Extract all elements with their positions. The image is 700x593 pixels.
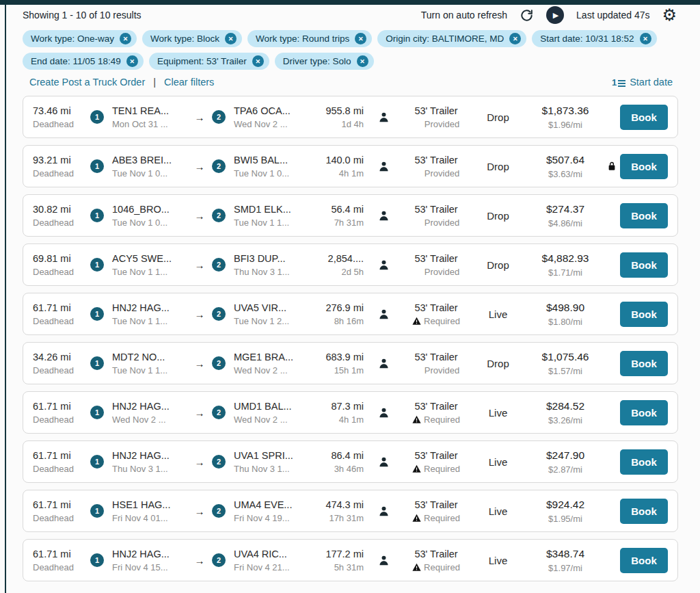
origin-cell: HNJ2 HAG... Tue Nov 1 1...: [112, 302, 187, 326]
create-post-truck-order-link[interactable]: Create Post a Truck Order: [29, 77, 145, 88]
header-controls: Turn on auto refresh ▶ Last updated 47s …: [421, 6, 677, 24]
book-button[interactable]: Book: [620, 351, 668, 376]
warning-icon: [412, 317, 421, 326]
book-button[interactable]: Book: [620, 154, 668, 179]
total-price: $274.37: [527, 203, 604, 215]
deadhead-label: Deadhead: [33, 513, 88, 523]
filter-chip-label: Work type: Block: [150, 34, 219, 44]
origin-datetime: Tue Nov 1 1...: [112, 365, 187, 375]
total-price: $348.74: [527, 548, 604, 560]
destination-code: UVA5 VIR...: [234, 302, 309, 313]
filter-chip: Work type: Round trips ✕: [247, 30, 372, 47]
total-price: $284.52: [527, 400, 604, 412]
load-card[interactable]: 61.71 mi Deadhead 1 HSE1 HAG... Fri Nov …: [23, 490, 678, 532]
book-button[interactable]: Book: [620, 302, 668, 327]
equipment-type: 53' Trailer: [403, 253, 469, 264]
deadhead-miles: 61.71 mi: [33, 450, 88, 461]
equipment-note: Required: [424, 513, 460, 523]
filter-chip-label: Work type: One-way: [31, 34, 114, 44]
play-icon: ▶: [553, 12, 558, 19]
destination-code: TPA6 OCA...: [234, 105, 309, 116]
chip-close-icon[interactable]: ✕: [225, 33, 237, 44]
equipment-type: 53' Trailer: [403, 549, 469, 559]
price-cell: $507.64 $3.63/mi: [527, 154, 604, 179]
book-button[interactable]: Book: [620, 499, 668, 524]
origin-code: HNJ2 HAG...: [112, 401, 187, 412]
driver-icon: [364, 555, 403, 566]
filter-chip-label: End date: 11/05 18:49: [31, 56, 121, 66]
rate-per-mile: $1.97/mi: [527, 563, 604, 573]
settings-gear-icon[interactable]: ⚙: [662, 7, 677, 23]
destination-code: MGE1 BRA...: [234, 352, 309, 363]
destination-datetime: Wed Nov 2 ...: [234, 119, 309, 129]
load-card[interactable]: 61.71 mi Deadhead 1 HNJ2 HAG... Fri Nov …: [23, 539, 678, 581]
warning-icon: [412, 415, 421, 424]
deadhead-label: Deadhead: [33, 267, 88, 277]
origin-cell: HNJ2 HAG... Thu Nov 3 1...: [112, 450, 187, 474]
destination-cell: UMD1 BAL... Wed Nov 2 ...: [234, 401, 309, 425]
chip-close-icon[interactable]: ✕: [357, 55, 368, 67]
deadhead-miles: 61.71 mi: [33, 499, 88, 510]
play-button[interactable]: ▶: [546, 6, 564, 24]
stop-type: Drop: [469, 358, 527, 369]
stop-type: Live: [469, 505, 527, 517]
book-button[interactable]: Book: [620, 400, 668, 425]
load-card[interactable]: 34.26 mi Deadhead 1 MDT2 NO... Tue Nov 1…: [23, 342, 678, 384]
total-price: $1,873.36: [527, 105, 604, 117]
book-button[interactable]: Book: [620, 252, 668, 278]
load-card[interactable]: 93.21 mi Deadhead 1 ABE3 BREI... Tue Nov…: [23, 145, 678, 187]
stop-type: Live: [469, 456, 527, 468]
book-button[interactable]: Book: [620, 449, 668, 475]
auto-refresh-toggle[interactable]: Turn on auto refresh: [421, 10, 507, 21]
deadhead-label: Deadhead: [33, 218, 88, 228]
distance-cell: 87.3 mi 4h 1m: [309, 401, 364, 425]
load-card[interactable]: 69.81 mi Deadhead 1 ACY5 SWE... Tue Nov …: [23, 243, 678, 286]
deadhead-cell: 61.71 mi Deadhead: [33, 302, 88, 326]
trip-duration: 1d 4h: [309, 119, 364, 129]
origin-cell: ABE3 BREI... Tue Nov 1 0...: [112, 155, 187, 179]
filter-chip: Work type: One-way ✕: [23, 30, 137, 47]
stop-type: Drop: [469, 161, 527, 172]
load-card[interactable]: 61.71 mi Deadhead 1 HNJ2 HAG... Wed Nov …: [23, 391, 678, 434]
equipment-note: Required: [424, 316, 460, 326]
deadhead-miles: 34.26 mi: [33, 352, 88, 363]
chip-close-icon[interactable]: ✕: [252, 55, 264, 67]
chip-close-icon[interactable]: ✕: [509, 33, 521, 44]
book-button[interactable]: Book: [620, 105, 668, 130]
chip-close-icon[interactable]: ✕: [120, 33, 131, 44]
clear-filters-link[interactable]: Clear filters: [164, 77, 214, 88]
trip-duration: 17h 31m: [309, 513, 364, 523]
deadhead-label: Deadhead: [33, 414, 88, 425]
load-card[interactable]: 61.71 mi Deadhead 1 HNJ2 HAG... Tue Nov …: [23, 293, 678, 335]
book-button[interactable]: Book: [620, 548, 668, 573]
equipment-type: 53' Trailer: [403, 450, 469, 461]
trip-duration: 5h 31m: [309, 562, 364, 572]
load-card[interactable]: 30.82 mi Deadhead 1 1046_BRO... Tue Nov …: [23, 194, 678, 237]
driver-icon: [364, 111, 403, 123]
price-cell: $247.90 $2.87/mi: [527, 449, 604, 475]
refresh-icon[interactable]: [520, 8, 534, 23]
load-card[interactable]: 73.46 mi Deadhead 1 TEN1 REA... Mon Oct …: [23, 96, 678, 138]
stop-type: Drop: [469, 210, 527, 222]
origin-datetime: Tue Nov 1 0...: [112, 168, 187, 179]
rate-per-mile: $2.87/mi: [527, 464, 604, 475]
trip-duration: 8h 16m: [309, 316, 364, 326]
destination-cell: TPA6 OCA... Wed Nov 2 ...: [234, 105, 309, 129]
route-arrow-icon: →: [187, 456, 212, 468]
chip-close-icon[interactable]: ✕: [126, 55, 138, 67]
equipment-note: Required: [424, 464, 460, 474]
trip-distance: 276.9 mi: [309, 302, 364, 313]
origin-datetime: Fri Nov 4 15...: [112, 562, 187, 572]
chip-close-icon[interactable]: ✕: [640, 33, 651, 44]
stop-2-badge: 2: [212, 406, 226, 419]
equipment-type: 53' Trailer: [403, 302, 469, 313]
deadhead-cell: 61.71 mi Deadhead: [33, 549, 88, 572]
book-button[interactable]: Book: [620, 203, 668, 228]
origin-datetime: Tue Nov 1 1...: [112, 267, 187, 277]
sort-control[interactable]: 1 Start date: [612, 77, 673, 88]
chip-close-icon[interactable]: ✕: [355, 33, 366, 44]
deadhead-miles: 61.71 mi: [33, 302, 88, 313]
load-card[interactable]: 61.71 mi Deadhead 1 HNJ2 HAG... Thu Nov …: [23, 440, 678, 483]
filter-chip: Work type: Block ✕: [142, 30, 242, 47]
stop-2-badge: 2: [212, 356, 226, 370]
